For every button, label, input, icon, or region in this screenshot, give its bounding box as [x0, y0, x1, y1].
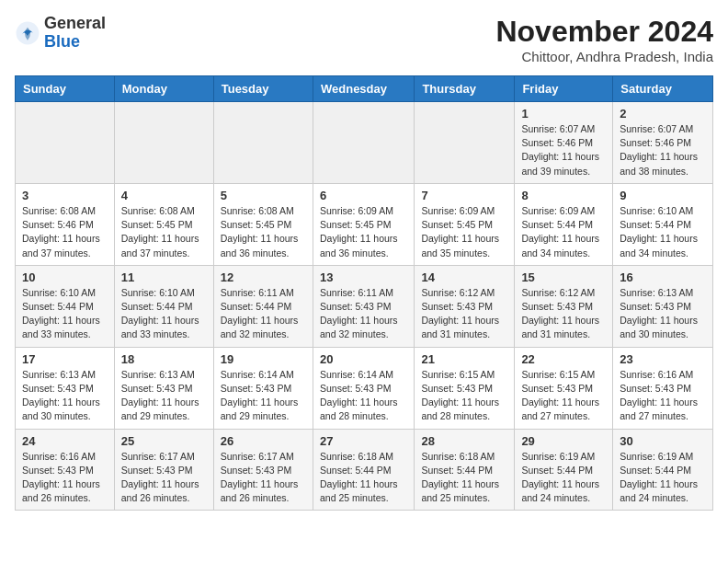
day-cell: 27Sunrise: 6:18 AM Sunset: 5:44 PM Dayli…: [313, 429, 414, 511]
day-cell: 3Sunrise: 6:08 AM Sunset: 5:46 PM Daylig…: [16, 183, 115, 265]
day-info: Sunrise: 6:10 AM Sunset: 5:44 PM Dayligh…: [121, 286, 207, 342]
week-row: 10Sunrise: 6:10 AM Sunset: 5:44 PM Dayli…: [16, 265, 713, 347]
day-number: 14: [421, 270, 507, 284]
week-row: 1Sunrise: 6:07 AM Sunset: 5:46 PM Daylig…: [16, 102, 713, 184]
day-number: 1: [521, 107, 606, 121]
day-info: Sunrise: 6:10 AM Sunset: 5:44 PM Dayligh…: [620, 204, 706, 260]
day-cell: 5Sunrise: 6:08 AM Sunset: 5:45 PM Daylig…: [213, 183, 313, 265]
day-info: Sunrise: 6:08 AM Sunset: 5:45 PM Dayligh…: [121, 204, 207, 260]
day-number: 21: [421, 352, 507, 366]
day-info: Sunrise: 6:18 AM Sunset: 5:44 PM Dayligh…: [421, 450, 507, 506]
day-cell: 15Sunrise: 6:12 AM Sunset: 5:43 PM Dayli…: [515, 265, 613, 347]
day-number: 23: [620, 352, 706, 366]
day-cell: 25Sunrise: 6:17 AM Sunset: 5:43 PM Dayli…: [114, 429, 213, 511]
week-row: 17Sunrise: 6:13 AM Sunset: 5:43 PM Dayli…: [16, 347, 713, 429]
day-cell: [415, 102, 515, 184]
day-info: Sunrise: 6:12 AM Sunset: 5:43 PM Dayligh…: [421, 286, 507, 342]
day-cell: [313, 102, 414, 184]
month-title: November 2024: [495, 15, 713, 49]
day-info: Sunrise: 6:15 AM Sunset: 5:43 PM Dayligh…: [521, 368, 606, 424]
day-cell: 11Sunrise: 6:10 AM Sunset: 5:44 PM Dayli…: [114, 265, 213, 347]
day-info: Sunrise: 6:16 AM Sunset: 5:43 PM Dayligh…: [22, 450, 108, 506]
day-info: Sunrise: 6:13 AM Sunset: 5:43 PM Dayligh…: [620, 286, 706, 342]
day-info: Sunrise: 6:13 AM Sunset: 5:43 PM Dayligh…: [121, 368, 207, 424]
day-number: 4: [121, 189, 207, 202]
day-cell: 20Sunrise: 6:14 AM Sunset: 5:43 PM Dayli…: [313, 347, 414, 429]
day-cell: 6Sunrise: 6:09 AM Sunset: 5:45 PM Daylig…: [313, 183, 414, 265]
day-header-thursday: Thursday: [415, 76, 515, 102]
day-cell: 23Sunrise: 6:16 AM Sunset: 5:43 PM Dayli…: [613, 347, 713, 429]
day-cell: 10Sunrise: 6:10 AM Sunset: 5:44 PM Dayli…: [16, 265, 115, 347]
day-number: 27: [320, 434, 407, 448]
day-number: 13: [320, 270, 407, 284]
day-info: Sunrise: 6:10 AM Sunset: 5:44 PM Dayligh…: [22, 286, 108, 342]
day-cell: 18Sunrise: 6:13 AM Sunset: 5:43 PM Dayli…: [114, 347, 213, 429]
day-info: Sunrise: 6:15 AM Sunset: 5:43 PM Dayligh…: [421, 368, 507, 424]
day-header-tuesday: Tuesday: [213, 76, 313, 102]
day-cell: 17Sunrise: 6:13 AM Sunset: 5:43 PM Dayli…: [16, 347, 115, 429]
day-cell: 22Sunrise: 6:15 AM Sunset: 5:43 PM Dayli…: [515, 347, 613, 429]
calendar-body: 1Sunrise: 6:07 AM Sunset: 5:46 PM Daylig…: [16, 102, 713, 511]
day-number: 24: [22, 434, 108, 448]
week-row: 24Sunrise: 6:16 AM Sunset: 5:43 PM Dayli…: [16, 429, 713, 511]
day-number: 12: [221, 270, 306, 284]
day-number: 28: [421, 434, 507, 448]
calendar-header-row: SundayMondayTuesdayWednesdayThursdayFrid…: [16, 76, 713, 102]
day-number: 20: [320, 352, 407, 366]
day-cell: 7Sunrise: 6:09 AM Sunset: 5:45 PM Daylig…: [415, 183, 515, 265]
day-info: Sunrise: 6:09 AM Sunset: 5:45 PM Dayligh…: [421, 204, 507, 260]
day-info: Sunrise: 6:09 AM Sunset: 5:44 PM Dayligh…: [521, 204, 606, 260]
day-cell: 8Sunrise: 6:09 AM Sunset: 5:44 PM Daylig…: [515, 183, 613, 265]
day-info: Sunrise: 6:19 AM Sunset: 5:44 PM Dayligh…: [620, 450, 706, 506]
day-number: 2: [620, 107, 706, 121]
day-cell: 30Sunrise: 6:19 AM Sunset: 5:44 PM Dayli…: [613, 429, 713, 511]
day-number: 10: [22, 270, 108, 284]
day-header-saturday: Saturday: [613, 76, 713, 102]
logo-text: General Blue: [44, 15, 106, 52]
day-header-sunday: Sunday: [16, 76, 115, 102]
day-number: 6: [320, 189, 407, 202]
day-number: 7: [421, 189, 507, 202]
day-cell: 16Sunrise: 6:13 AM Sunset: 5:43 PM Dayli…: [613, 265, 713, 347]
day-number: 19: [221, 352, 306, 366]
day-cell: 12Sunrise: 6:11 AM Sunset: 5:44 PM Dayli…: [213, 265, 313, 347]
day-cell: 1Sunrise: 6:07 AM Sunset: 5:46 PM Daylig…: [515, 102, 613, 184]
day-cell: 19Sunrise: 6:14 AM Sunset: 5:43 PM Dayli…: [213, 347, 313, 429]
day-info: Sunrise: 6:13 AM Sunset: 5:43 PM Dayligh…: [22, 368, 108, 424]
day-cell: 13Sunrise: 6:11 AM Sunset: 5:43 PM Dayli…: [313, 265, 414, 347]
day-number: 26: [221, 434, 306, 448]
logo-icon: [15, 20, 40, 46]
day-number: 25: [121, 434, 207, 448]
day-cell: 21Sunrise: 6:15 AM Sunset: 5:43 PM Dayli…: [415, 347, 515, 429]
day-info: Sunrise: 6:14 AM Sunset: 5:43 PM Dayligh…: [221, 368, 306, 424]
day-header-wednesday: Wednesday: [313, 76, 414, 102]
day-info: Sunrise: 6:09 AM Sunset: 5:45 PM Dayligh…: [320, 204, 407, 260]
location: Chittoor, Andhra Pradesh, India: [495, 49, 713, 64]
day-number: 18: [121, 352, 207, 366]
day-cell: 24Sunrise: 6:16 AM Sunset: 5:43 PM Dayli…: [16, 429, 115, 511]
day-number: 5: [221, 189, 306, 202]
day-number: 11: [121, 270, 207, 284]
week-row: 3Sunrise: 6:08 AM Sunset: 5:46 PM Daylig…: [16, 183, 713, 265]
day-header-friday: Friday: [515, 76, 613, 102]
day-info: Sunrise: 6:08 AM Sunset: 5:46 PM Dayligh…: [22, 204, 108, 260]
day-number: 30: [620, 434, 706, 448]
day-number: 3: [22, 189, 108, 202]
title-block: November 2024 Chittoor, Andhra Pradesh, …: [495, 15, 713, 64]
day-info: Sunrise: 6:17 AM Sunset: 5:43 PM Dayligh…: [121, 450, 207, 506]
day-info: Sunrise: 6:17 AM Sunset: 5:43 PM Dayligh…: [221, 450, 306, 506]
day-cell: [16, 102, 115, 184]
day-info: Sunrise: 6:07 AM Sunset: 5:46 PM Dayligh…: [521, 122, 606, 178]
day-cell: 9Sunrise: 6:10 AM Sunset: 5:44 PM Daylig…: [613, 183, 713, 265]
logo: General Blue: [15, 15, 106, 52]
day-number: 16: [620, 270, 706, 284]
calendar: SundayMondayTuesdayWednesdayThursdayFrid…: [15, 75, 713, 511]
day-cell: 26Sunrise: 6:17 AM Sunset: 5:43 PM Dayli…: [213, 429, 313, 511]
day-info: Sunrise: 6:12 AM Sunset: 5:43 PM Dayligh…: [521, 286, 606, 342]
day-info: Sunrise: 6:11 AM Sunset: 5:44 PM Dayligh…: [221, 286, 306, 342]
day-cell: [213, 102, 313, 184]
day-info: Sunrise: 6:16 AM Sunset: 5:43 PM Dayligh…: [620, 368, 706, 424]
day-info: Sunrise: 6:11 AM Sunset: 5:43 PM Dayligh…: [320, 286, 407, 342]
day-cell: 29Sunrise: 6:19 AM Sunset: 5:44 PM Dayli…: [515, 429, 613, 511]
day-number: 15: [521, 270, 606, 284]
